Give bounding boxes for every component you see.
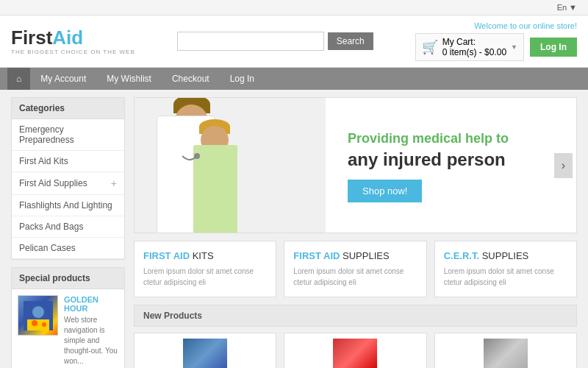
logo-title: FirstAid bbox=[11, 28, 135, 47]
new-product-image-1 bbox=[183, 339, 227, 369]
header-actions: 🛒 My Cart: 0 item(s) - $0.00 ▼ Log In bbox=[415, 33, 577, 61]
slider-headline: Providing medical help to any injured pe… bbox=[348, 128, 554, 171]
new-product-3[interactable] bbox=[434, 333, 577, 368]
plus-icon: + bbox=[111, 177, 117, 189]
slider-headline-main: any injured person bbox=[348, 149, 506, 169]
welcome-message: Welcome to our online store! bbox=[474, 21, 577, 30]
card-desc-supplies: Lorem ipsum dolor sit amet conse ctetur … bbox=[293, 266, 417, 288]
content-area: ‹ Providing medical help to any injure bbox=[134, 97, 577, 368]
product-cards-row: FIRST AID KITS Lorem ipsum dolor sit ame… bbox=[134, 241, 577, 297]
logo-aid: Aid bbox=[52, 26, 83, 49]
card-rest-kits: KITS bbox=[190, 250, 214, 261]
language-label: En bbox=[557, 3, 567, 12]
special-products-title: Special products bbox=[12, 268, 124, 289]
product-card-cert[interactable]: C.E.R.T. SUPPLIES Lorem ipsum dolor sit … bbox=[434, 241, 577, 297]
sidebar-item-pelican[interactable]: Pelican Cases bbox=[12, 238, 124, 259]
svg-point-5 bbox=[194, 153, 200, 159]
svg-point-3 bbox=[32, 320, 37, 326]
sidebar-item-kits[interactable]: First Aid Kits bbox=[12, 151, 124, 172]
svg-point-4 bbox=[42, 322, 46, 327]
product-description: Web store navigation is simple and thoug… bbox=[64, 315, 118, 367]
product-image[interactable] bbox=[18, 295, 58, 336]
cart-items: 0 item(s) - $0.00 bbox=[442, 47, 506, 57]
product-info: GOLDEN HOUR Web store navigation is simp… bbox=[64, 295, 118, 368]
login-button[interactable]: Log In bbox=[530, 38, 577, 57]
cart-icon: 🛒 bbox=[422, 39, 438, 55]
card-blue-kits: FIRST AID bbox=[143, 250, 190, 261]
slider-text: Providing medical help to any injured pe… bbox=[326, 113, 576, 217]
svg-point-1 bbox=[32, 306, 44, 318]
nav-home[interactable]: ⌂ bbox=[7, 68, 30, 90]
navigation: ⌂ My Account My Wishlist Checkout Log In bbox=[0, 68, 588, 90]
card-title-supplies: FIRST AID SUPPLIES bbox=[293, 250, 417, 261]
new-product-image-3 bbox=[484, 339, 528, 369]
logo[interactable]: FirstAid THE BIGGEST CHOICE ON THE WEB bbox=[11, 28, 135, 55]
cart-box[interactable]: 🛒 My Cart: 0 item(s) - $0.00 ▼ bbox=[415, 33, 524, 61]
header: FirstAid THE BIGGEST CHOICE ON THE WEB S… bbox=[0, 15, 588, 68]
new-product-2[interactable] bbox=[284, 333, 426, 368]
slider-headline-green: Providing medical help to bbox=[348, 131, 509, 146]
main-content: Categories Emergency Preparedness First … bbox=[0, 90, 588, 368]
product-card-supplies[interactable]: FIRST AID SUPPLIES Lorem ipsum dolor sit… bbox=[284, 241, 426, 297]
search-input[interactable] bbox=[177, 32, 324, 51]
nav-my-wishlist[interactable]: My Wishlist bbox=[96, 68, 162, 90]
search-button[interactable]: Search bbox=[328, 32, 373, 50]
card-desc-cert: Lorem ipsum dolor sit amet conse ctetur … bbox=[444, 266, 567, 288]
sidebar-item-packs[interactable]: Packs And Bags bbox=[12, 216, 124, 238]
language-arrow-icon: ▼ bbox=[569, 3, 577, 12]
nav-login[interactable]: Log In bbox=[220, 68, 265, 90]
card-blue-supplies: FIRST AID bbox=[293, 250, 340, 261]
special-product-inner: GOLDEN HOUR Web store navigation is simp… bbox=[18, 295, 118, 368]
card-blue-cert: C.E.R.T. bbox=[444, 250, 479, 261]
categories-panel: Categories Emergency Preparedness First … bbox=[11, 97, 125, 260]
home-icon: ⌂ bbox=[16, 74, 21, 84]
stethoscope-icon bbox=[175, 152, 204, 174]
top-bar: En ▼ bbox=[0, 0, 588, 15]
slider-next-button[interactable]: › bbox=[554, 153, 573, 178]
cart-info: My Cart: 0 item(s) - $0.00 bbox=[442, 37, 506, 57]
card-rest-supplies: SUPPLIES bbox=[340, 250, 389, 261]
sidebar: Categories Emergency Preparedness First … bbox=[11, 97, 125, 368]
logo-first: First bbox=[11, 26, 52, 49]
new-products-row bbox=[134, 333, 577, 368]
logo-subtitle: THE BIGGEST CHOICE ON THE WEB bbox=[11, 49, 135, 55]
new-product-1[interactable] bbox=[134, 333, 276, 368]
card-rest-cert: SUPPLIES bbox=[479, 250, 528, 261]
shop-now-button[interactable]: Shop now! bbox=[348, 180, 422, 202]
search-bar: Search bbox=[177, 32, 373, 51]
nav-checkout[interactable]: Checkout bbox=[162, 68, 220, 90]
card-title-cert: C.E.R.T. SUPPLIES bbox=[444, 250, 567, 261]
sidebar-item-emergency[interactable]: Emergency Preparedness bbox=[12, 119, 124, 151]
card-title-kits: FIRST AID KITS bbox=[143, 250, 267, 261]
slider-image bbox=[135, 97, 326, 233]
sidebar-item-supplies[interactable]: First Aid Supplies + bbox=[12, 172, 124, 195]
sidebar-item-flashlights[interactable]: Flashlights And Lighting bbox=[12, 195, 124, 216]
special-product: GOLDEN HOUR Web store navigation is simp… bbox=[12, 289, 124, 368]
header-right: Welcome to our online store! 🛒 My Cart: … bbox=[415, 21, 577, 61]
categories-title: Categories bbox=[12, 98, 124, 119]
language-selector[interactable]: En ▼ bbox=[557, 3, 577, 12]
nav-my-account[interactable]: My Account bbox=[30, 68, 96, 90]
special-products-panel: Special products GOLDEN HOUR bbox=[11, 267, 125, 368]
new-product-image-2 bbox=[333, 339, 377, 369]
card-desc-kits: Lorem ipsum dolor sit amet conse ctetur … bbox=[143, 266, 267, 288]
cart-dropdown-icon: ▼ bbox=[511, 43, 517, 51]
hero-slider: ‹ Providing medical help to any injure bbox=[134, 97, 577, 233]
cart-label: My Cart: bbox=[442, 37, 506, 47]
new-products-header: New Products bbox=[134, 305, 577, 327]
product-name[interactable]: GOLDEN HOUR bbox=[64, 295, 118, 313]
product-card-kits[interactable]: FIRST AID KITS Lorem ipsum dolor sit ame… bbox=[134, 241, 276, 297]
